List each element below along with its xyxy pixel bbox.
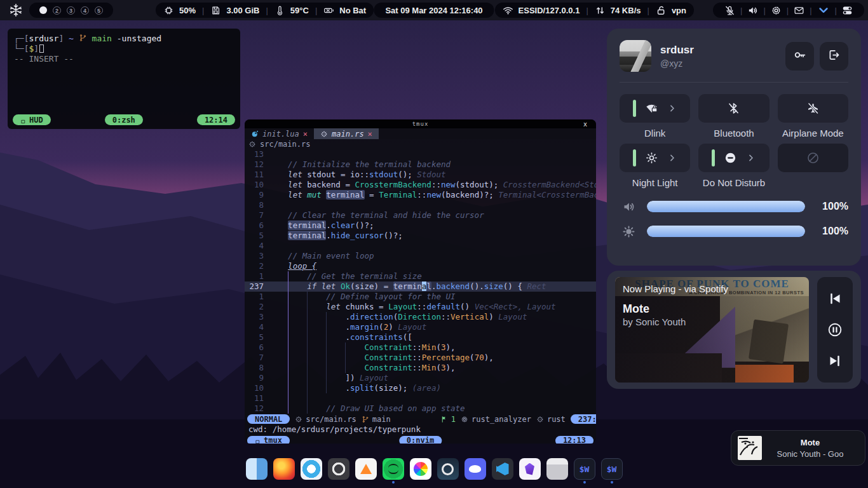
running-indicator bbox=[337, 481, 340, 484]
mic-muted-icon[interactable] bbox=[724, 5, 735, 16]
dock-files[interactable] bbox=[246, 458, 268, 480]
window-title: tmux bbox=[412, 121, 429, 127]
workspace-active[interactable] bbox=[39, 6, 47, 14]
tmux-session[interactable]: tmux bbox=[247, 436, 290, 444]
chevron-right-icon[interactable] bbox=[746, 153, 756, 163]
tmux-window-zsh[interactable]: 0:zsh bbox=[105, 114, 143, 125]
code-buffer[interactable]: 1312 // Initialize the terminal backend1… bbox=[245, 149, 596, 414]
indent-guide bbox=[307, 292, 308, 414]
code-line: 5 terminal.hide_cursor()?; bbox=[245, 231, 596, 241]
chevron-right-icon[interactable] bbox=[667, 104, 677, 113]
cursor-position: 237:32 bbox=[571, 414, 596, 424]
toggles-icon[interactable] bbox=[842, 5, 853, 16]
workspace-2[interactable]: 2 bbox=[53, 6, 61, 15]
code-line: 2 loop { bbox=[245, 261, 596, 271]
tab-close-icon[interactable]: × bbox=[368, 130, 372, 139]
toggle-screenshot[interactable] bbox=[778, 144, 848, 172]
chevron-down-icon[interactable] bbox=[817, 4, 830, 17]
dock-terminal-w2[interactable]: $W bbox=[601, 458, 623, 480]
logout-button[interactable] bbox=[820, 42, 848, 71]
system-stats-widget[interactable]: 50%| 3.00 GiB| 59°C| No Bat bbox=[156, 3, 374, 18]
flag-icon bbox=[440, 416, 448, 423]
network-widget[interactable]: ESSID/127.0.0.1| 74 KB/s| vpn bbox=[495, 3, 694, 18]
vim-mode-indicator: NORMAL bbox=[247, 414, 290, 424]
clock[interactable]: Sat 09 Mar 2024 12:16:40 bbox=[374, 3, 494, 18]
running-indicator bbox=[529, 481, 531, 484]
code-line: 3 // Main event loop bbox=[245, 251, 596, 261]
code-line: 13 bbox=[245, 149, 596, 159]
code-line: 5 .constraints([ bbox=[245, 332, 596, 342]
dock-obsidian[interactable] bbox=[519, 458, 541, 480]
toggle-night-light[interactable] bbox=[620, 144, 690, 172]
editor-window[interactable]: tmux x init.lua×main.rs× src/main.rs 131… bbox=[245, 119, 596, 444]
dock-steam[interactable] bbox=[437, 458, 459, 480]
system-tray: | | | | | bbox=[713, 3, 864, 18]
mail-icon[interactable] bbox=[794, 5, 804, 16]
toggle-active-indicator bbox=[633, 100, 636, 117]
dock-vlc[interactable] bbox=[355, 458, 377, 480]
volume-icon[interactable] bbox=[622, 200, 635, 214]
lock-screen-button[interactable] bbox=[785, 42, 814, 71]
running-indicator bbox=[419, 481, 422, 484]
toggle-dlink[interactable] bbox=[620, 94, 690, 123]
tmux-session-hud[interactable]: HUD bbox=[13, 114, 51, 125]
code-line: 1 // Get the terminal size bbox=[245, 271, 596, 281]
temperature-icon bbox=[275, 5, 285, 16]
dock-firefox[interactable] bbox=[273, 458, 295, 480]
workspace-switcher[interactable]: 2345 bbox=[29, 3, 113, 18]
code-line: 9 let mut terminal = Terminal::new(backe… bbox=[245, 190, 596, 200]
dock-trash[interactable] bbox=[546, 458, 568, 480]
workspace-5[interactable]: 5 bbox=[95, 6, 103, 15]
workspace-3[interactable]: 3 bbox=[67, 6, 75, 15]
volume-value: 100% bbox=[815, 201, 848, 212]
sun-icon bbox=[645, 151, 658, 165]
dock-discord[interactable] bbox=[465, 458, 486, 480]
previous-track-button[interactable] bbox=[827, 291, 843, 306]
dock-qbittorrent[interactable] bbox=[301, 458, 322, 480]
toggle-do-not-disturb[interactable] bbox=[698, 144, 769, 172]
window-close-button[interactable]: x bbox=[583, 121, 587, 128]
window-icon bbox=[255, 438, 261, 444]
dock-vscode[interactable] bbox=[492, 458, 513, 480]
tmux-window-nvim[interactable]: 0:nvim bbox=[399, 436, 442, 444]
buffer-tab-main.rs[interactable]: main.rs× bbox=[314, 128, 379, 139]
volume-slider[interactable] bbox=[647, 201, 805, 212]
git-branch-icon bbox=[362, 416, 369, 423]
code-line: 4 .margin(2) Layout bbox=[245, 322, 596, 332]
pause-button[interactable] bbox=[827, 322, 843, 337]
code-line: 237 if let Ok(size) = terminal.backend()… bbox=[245, 281, 596, 292]
toggle-active-indicator bbox=[633, 149, 636, 166]
toggle-airplane-mode[interactable] bbox=[778, 94, 848, 123]
brightness-slider[interactable] bbox=[647, 226, 805, 237]
memory-usage: 3.00 GiB bbox=[226, 6, 259, 15]
brightness-value: 100% bbox=[815, 226, 848, 237]
dock-photos[interactable] bbox=[410, 458, 431, 480]
dock-terminal-w1[interactable]: $W bbox=[574, 458, 595, 480]
window-icon bbox=[20, 117, 26, 123]
chevron-right-icon[interactable] bbox=[667, 153, 677, 163]
tmux-statusbar: tmux 0:nvim 12:13 bbox=[245, 435, 596, 444]
terminal-cursor bbox=[39, 44, 44, 53]
next-track-button[interactable] bbox=[827, 353, 843, 369]
buffer-tab-init.lua[interactable]: init.lua× bbox=[245, 128, 314, 139]
quick-toggles: DlinkBluetoothAirplane ModeNight LightDo… bbox=[620, 94, 848, 193]
volume-slider-row: 100% bbox=[620, 195, 848, 218]
workspace-4[interactable]: 4 bbox=[81, 6, 89, 15]
memory-icon bbox=[210, 5, 221, 16]
dock-obs[interactable] bbox=[328, 458, 349, 480]
launcher-logo-icon[interactable] bbox=[9, 3, 23, 17]
running-indicator bbox=[283, 481, 285, 484]
brightness-icon[interactable] bbox=[622, 225, 635, 238]
now-playing-heading: Now Playing - via Spotify bbox=[623, 283, 728, 294]
running-indicator bbox=[365, 481, 367, 484]
notification-popup[interactable]: Mote Sonic Youth - Goo bbox=[731, 430, 865, 466]
dock-spotify[interactable] bbox=[383, 458, 404, 480]
battery-icon bbox=[323, 5, 334, 16]
speaker-icon[interactable] bbox=[747, 5, 758, 16]
code-line: 6 terminal.clear()?; bbox=[245, 220, 596, 231]
settings-gear-icon[interactable] bbox=[771, 5, 782, 16]
battery-status: No Bat bbox=[339, 6, 366, 15]
terminal-window[interactable]: ┌─[srdusr] ~ main -unstaged└─[$]-- INSER… bbox=[8, 29, 240, 129]
toggle-bluetooth[interactable] bbox=[698, 94, 769, 123]
tab-close-icon[interactable]: × bbox=[303, 130, 308, 139]
